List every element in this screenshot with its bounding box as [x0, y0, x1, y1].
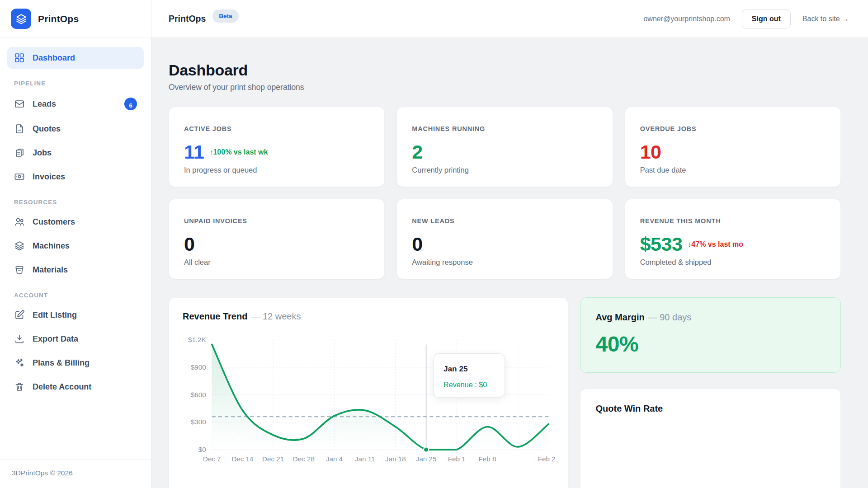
sidebar-item-label: Plans & Billing: [33, 358, 90, 368]
stat-value: 0: [412, 235, 422, 254]
mail-icon: [14, 99, 25, 109]
edit-icon: [14, 310, 25, 320]
sidebar-item-label: Jobs: [33, 148, 52, 158]
sparkles-icon: [14, 357, 25, 368]
brand-name: PrintOps: [38, 14, 79, 24]
x-axis-tick: Dec 14: [231, 455, 253, 463]
section-label-account: ACCOUNT: [14, 292, 137, 299]
stat-value-row: 11 ↑100% vs last wk: [184, 142, 369, 162]
x-axis-tick: Feb 22: [538, 455, 556, 463]
sidebar-item-label: Quotes: [33, 124, 61, 134]
stat-delta: ↓47% vs last mo: [688, 240, 743, 249]
sidebar-item-label: Dashboard: [33, 53, 75, 63]
trash-icon: [14, 381, 25, 392]
x-axis-tick: Dec 28: [293, 455, 315, 463]
grid-icon: [14, 52, 25, 63]
quote-win-rate-title: Quote Win Rate: [596, 404, 825, 414]
y-axis-tick: $300: [191, 418, 206, 426]
clipboard-icon: [14, 147, 25, 158]
stat-value: $533: [640, 235, 683, 254]
sidebar-nav: DashboardPIPELINELeads6QuotesJobsInvoice…: [0, 38, 151, 459]
stat-value: 2: [412, 142, 422, 162]
stat-sub: In progress or queued: [184, 166, 369, 174]
sidebar-footer: 3DPrintOps © 2026: [0, 459, 151, 488]
stat-label: REVENUE THIS MONTH: [640, 217, 826, 225]
page-subtitle: Overview of your print shop operations: [169, 83, 841, 92]
sign-out-button[interactable]: Sign out: [742, 9, 791, 28]
sidebar-item-plans-billing[interactable]: Plans & Billing: [7, 352, 144, 374]
beta-badge: Beta: [212, 9, 238, 23]
users-icon: [14, 216, 25, 227]
leads-count-badge: 6: [124, 98, 137, 110]
y-axis-tick: $900: [191, 363, 206, 371]
archive-icon: [14, 264, 25, 275]
x-axis-tick: Jan 18: [385, 455, 406, 463]
sidebar-item-leads[interactable]: Leads6: [7, 92, 144, 116]
banknote-icon: [14, 171, 25, 182]
x-axis-tick: Jan 4: [326, 455, 343, 463]
sidebar-item-label: Materials: [33, 265, 68, 275]
revenue-chart[interactable]: $0$300$600$900$1.2KDec 7Dec 14Dec 21Dec …: [183, 328, 556, 474]
stat-label: ACTIVE JOBS: [184, 125, 369, 132]
back-to-site-link[interactable]: Back to site →: [802, 15, 849, 23]
stat-card: MACHINES RUNNING 2 Currently printing: [396, 107, 613, 187]
sidebar-item-invoices[interactable]: Invoices: [7, 166, 144, 188]
dashboard-content: Dashboard Overview of your print shop op…: [151, 38, 868, 488]
chart-wrap: $0$300$600$900$1.2KDec 7Dec 14Dec 21Dec …: [183, 328, 556, 474]
sidebar-item-label: Leads: [33, 99, 56, 109]
sidebar-item-customers[interactable]: Customers: [7, 211, 144, 233]
stat-sub: Completed & shipped: [640, 258, 826, 267]
avg-margin-card: Avg Margin— 90 days 40%: [580, 297, 841, 373]
stat-value: 0: [184, 235, 194, 254]
avg-margin-title: Avg Margin— 90 days: [596, 312, 825, 323]
y-axis-tick: $1.2K: [188, 336, 206, 343]
sidebar-item-label: Delete Account: [33, 382, 91, 392]
avg-margin-value: 40%: [596, 332, 825, 357]
selected-point-dot: [424, 447, 429, 452]
sidebar-item-dashboard[interactable]: Dashboard: [7, 47, 144, 69]
main-column: PrintOps Beta owner@yourprintshop.com Si…: [151, 0, 868, 488]
sidebar-item-export-data[interactable]: Export Data: [7, 328, 144, 350]
stat-value-row: 0: [184, 235, 369, 254]
x-axis-tick: Feb 8: [479, 455, 496, 463]
user-email: owner@yourprintshop.com: [643, 15, 730, 23]
sidebar-item-label: Machines: [33, 241, 70, 251]
avg-margin-range: — 90 days: [648, 312, 692, 322]
stat-sub: Currently printing: [412, 166, 597, 174]
sidebar-item-quotes[interactable]: Quotes: [7, 118, 144, 140]
sidebar-item-materials[interactable]: Materials: [7, 259, 144, 281]
sidebar-item-edit-listing[interactable]: Edit Listing: [7, 304, 144, 326]
y-axis-tick: $600: [191, 391, 206, 399]
bottom-grid: Revenue Trend— 12 weeks $0$300$600$900$1…: [169, 297, 841, 488]
stat-label: UNPAID INVOICES: [184, 217, 369, 225]
tooltip-date: Jan 25: [443, 364, 468, 373]
stat-value: 11: [184, 142, 204, 162]
tooltip-value: Revenue : $0: [443, 380, 487, 389]
stat-label: OVERDUE JOBS: [640, 125, 826, 132]
sidebar-item-label: Edit Listing: [33, 310, 77, 320]
topbar-brand: PrintOps: [169, 14, 206, 24]
chart-title: Revenue Trend— 12 weeks: [183, 311, 556, 322]
section-label-pipeline: PIPELINE: [14, 80, 137, 87]
layers-icon: [14, 240, 25, 251]
stat-label: NEW LEADS: [412, 217, 597, 225]
stat-sub: Past due date: [640, 166, 826, 174]
stat-card: ACTIVE JOBS 11 ↑100% vs last wk In progr…: [169, 107, 385, 187]
sidebar-item-jobs[interactable]: Jobs: [7, 142, 144, 164]
x-axis-tick: Jan 11: [355, 455, 375, 463]
stat-card: REVENUE THIS MONTH $533 ↓47% vs last mo …: [625, 199, 841, 279]
download-icon: [14, 333, 25, 344]
app-logo-icon: [11, 9, 31, 29]
stat-card: UNPAID INVOICES 0 All clear: [169, 199, 385, 279]
sidebar-item-machines[interactable]: Machines: [7, 235, 144, 257]
quote-win-rate-card: Quote Win Rate Send your first quote to …: [580, 389, 841, 488]
sidebar-item-delete-account[interactable]: Delete Account: [7, 376, 144, 398]
x-axis-tick: Jan 25: [416, 455, 437, 463]
stat-delta: ↑100% vs last wk: [209, 148, 268, 156]
sidebar-item-label: Export Data: [33, 334, 78, 344]
x-axis-tick: Feb 1: [448, 455, 466, 463]
x-axis-tick: Dec 21: [262, 455, 284, 463]
file-icon: [14, 123, 25, 134]
chart-title-range: — 12 weeks: [251, 311, 301, 321]
sidebar-item-label: Invoices: [33, 172, 65, 182]
